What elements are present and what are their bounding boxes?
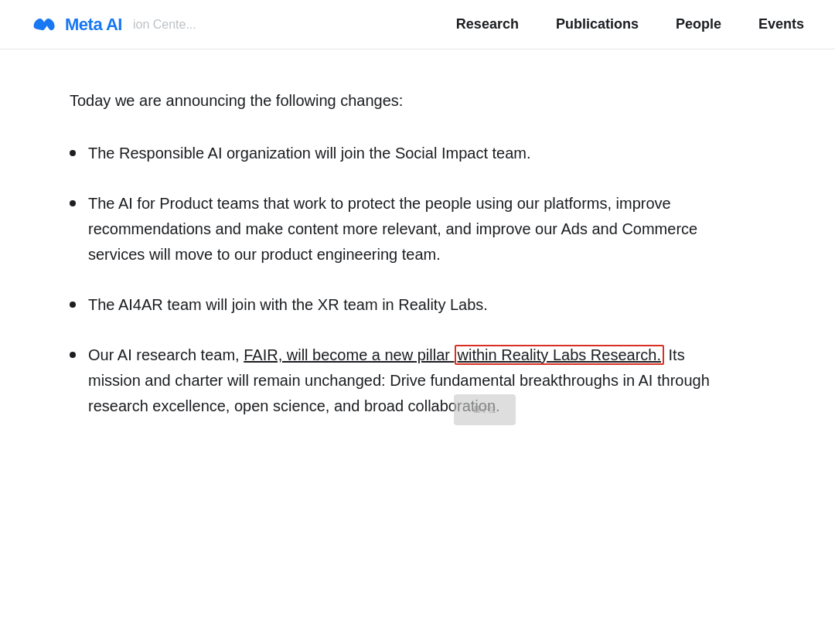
logo-area: Meta AI ion Cente... — [31, 11, 196, 39]
bullet-text-2: The AI for Product teams that work to pr… — [88, 191, 711, 267]
nav-link-publications[interactable]: Publications — [556, 16, 639, 32]
watermark-area: ration.量子位 — [457, 394, 500, 419]
meta-logo[interactable]: Meta AI — [31, 11, 122, 39]
bullet-text-3: The AI4AR team will join with the XR tea… — [88, 292, 711, 318]
nav-links: Research Publications People Events — [456, 16, 804, 32]
list-item: The AI for Product teams that work to pr… — [70, 191, 711, 267]
navbar: Meta AI ion Cente... Research Publicatio… — [0, 0, 835, 49]
bullet-dot — [70, 302, 76, 308]
list-item: Our AI research team, FAIR, will become … — [70, 342, 711, 419]
bullet-text-1: The Responsible AI organization will joi… — [88, 141, 711, 166]
bullet-list: The Responsible AI organization will joi… — [70, 141, 711, 419]
list-item: The Responsible AI organization will joi… — [70, 141, 711, 166]
bullet-dot — [70, 352, 76, 358]
watermark: 量子位 — [454, 394, 516, 425]
bullet-text-4: Our AI research team, FAIR, will become … — [88, 342, 711, 419]
bullet-4-before: Our AI research team, — [88, 346, 244, 363]
intro-paragraph: Today we are announcing the following ch… — [70, 88, 711, 113]
fair-link[interactable]: FAIR, will become a new pillar within Re… — [244, 345, 664, 365]
meta-logo-icon — [31, 11, 59, 39]
logo-text: Meta AI — [65, 15, 122, 35]
fair-highlight-box: within Reality Labs Research. — [455, 345, 664, 365]
nav-faded-text: ion Cente... — [133, 18, 196, 32]
list-item: The AI4AR team will join with the XR tea… — [70, 292, 711, 318]
nav-link-research[interactable]: Research — [456, 16, 519, 32]
nav-link-events[interactable]: Events — [758, 16, 804, 32]
nav-link-people[interactable]: People — [676, 16, 721, 32]
bullet-dot — [70, 150, 76, 156]
main-content: Today we are announcing the following ch… — [0, 49, 773, 490]
bullet-dot — [70, 200, 76, 206]
